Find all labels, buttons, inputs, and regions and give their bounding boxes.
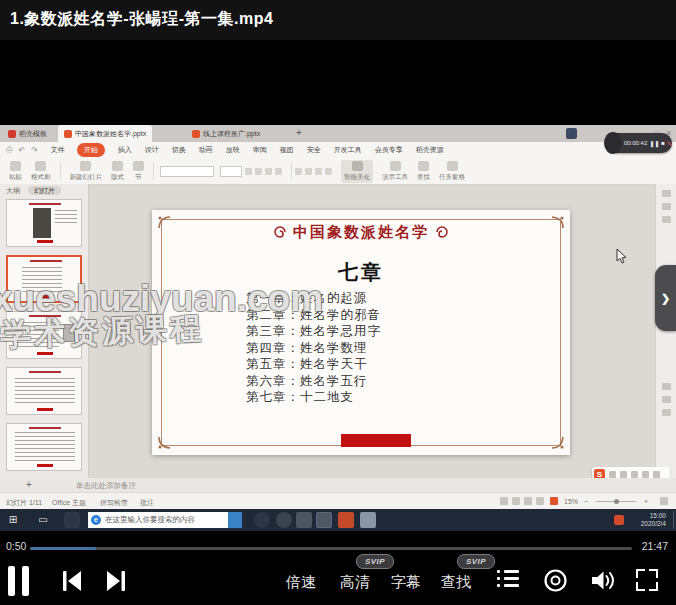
sidebar-icon[interactable] — [662, 383, 671, 390]
menu-insert[interactable]: 插入 — [118, 145, 132, 155]
menu-home-active[interactable]: 开始 — [77, 143, 105, 157]
sidebar-icon[interactable] — [662, 216, 671, 223]
panel-collapse-toggle[interactable]: ❯ — [655, 265, 676, 331]
slides-tab[interactable]: 幻灯片 — [28, 186, 61, 195]
menu-view[interactable]: 视图 — [280, 145, 294, 155]
menu-transition[interactable]: 切换 — [172, 145, 186, 155]
tool-icon[interactable] — [653, 471, 660, 478]
sidebar-icon[interactable] — [662, 203, 671, 210]
zoom-slider[interactable] — [596, 501, 636, 502]
next-button[interactable] — [104, 569, 128, 593]
sidebar-icon[interactable] — [662, 409, 671, 416]
slide-thumbnail-5[interactable] — [6, 423, 82, 471]
menu-security[interactable]: 安全 — [307, 145, 321, 155]
slide-thumbnail-4[interactable] — [6, 367, 82, 415]
presentation-tools-button[interactable]: 演示工具 — [382, 161, 408, 182]
folder-icon[interactable] — [360, 512, 376, 528]
app-icon-round[interactable] — [254, 512, 270, 528]
recorder-knob[interactable] — [604, 132, 622, 154]
new-slide-button[interactable]: 新建幻灯片 — [70, 161, 103, 182]
menu-design[interactable]: 设计 — [145, 145, 159, 155]
recorder-pause-icon[interactable]: ❚❚ — [649, 140, 659, 147]
menu-review[interactable]: 审阅 — [253, 145, 267, 155]
app-icon-round[interactable] — [276, 512, 292, 528]
wechat-icon[interactable] — [296, 512, 312, 528]
sorter-view-icon[interactable] — [512, 497, 520, 505]
normal-view-icon[interactable] — [500, 497, 508, 505]
underline-icon[interactable] — [265, 168, 272, 175]
tool-icon[interactable] — [609, 471, 616, 478]
smart-beautify-button[interactable]: 智能美化 — [341, 160, 373, 183]
play-from-start-icon[interactable] — [550, 497, 558, 505]
user-avatar[interactable] — [566, 128, 577, 139]
font-name-box[interactable] — [160, 166, 214, 177]
subtitle-button[interactable]: 字幕 — [391, 573, 421, 592]
tool-icon[interactable] — [631, 471, 638, 478]
tool-icon[interactable] — [620, 471, 627, 478]
menu-member[interactable]: 会员专享 — [375, 145, 403, 155]
find-button[interactable]: 查找 — [417, 161, 430, 182]
tray-app-icon[interactable] — [614, 515, 624, 525]
fullscreen-button[interactable] — [636, 569, 658, 591]
reading-view-icon[interactable] — [524, 497, 532, 505]
show-desktop-button[interactable] — [673, 511, 674, 529]
align-right-icon[interactable] — [315, 168, 322, 175]
slideshow-icon[interactable] — [536, 497, 544, 505]
seek-bar[interactable] — [30, 547, 632, 550]
menu-animation[interactable]: 动画 — [199, 145, 213, 155]
search-button[interactable] — [228, 512, 242, 528]
bold-icon[interactable] — [245, 168, 252, 175]
speed-button[interactable]: 倍速 — [286, 573, 316, 592]
fit-slide-icon[interactable] — [660, 497, 668, 505]
playlist-button[interactable] — [497, 570, 519, 589]
sidebar-icon[interactable] — [662, 396, 671, 403]
recorder-pen-icon[interactable]: ✎ — [667, 140, 672, 147]
volume-button[interactable] — [590, 569, 615, 592]
task-pane-button[interactable]: 任务窗格 — [439, 161, 465, 182]
comment-label[interactable]: 批注 — [140, 498, 154, 508]
tab-document-active[interactable]: 中国象数派姓名学.pptx — [58, 125, 152, 142]
presentation-app-icon[interactable] — [338, 512, 354, 528]
outline-tab[interactable]: 大纲 — [6, 187, 20, 194]
undo-icon[interactable]: ↶ — [18, 146, 25, 155]
save-icon[interactable]: ⎙ — [6, 145, 12, 155]
record-button[interactable] — [543, 568, 568, 593]
new-tab-button[interactable]: + — [296, 127, 302, 138]
tab-docer-templates[interactable]: 稻壳模板 — [2, 125, 53, 142]
pinned-app-icon[interactable] — [64, 512, 80, 528]
menu-devtools[interactable]: 开发工具 — [334, 145, 362, 155]
sidebar-icon[interactable] — [662, 190, 671, 197]
slide-canvas[interactable]: 中国象数派姓名学 七章 第一章：姓名的起源 第二章：姓名学的邪音 第三章：姓名学… — [152, 210, 570, 455]
screen-recorder-overlay[interactable]: 00:00:42 ❚❚ ■ ✎ — [606, 133, 672, 153]
previous-button[interactable] — [60, 569, 84, 593]
align-left-icon[interactable] — [295, 168, 302, 175]
section-button[interactable]: 节 — [133, 161, 144, 182]
italic-icon[interactable] — [255, 168, 262, 175]
pause-button[interactable] — [8, 558, 44, 605]
quality-button[interactable]: 高清 — [340, 573, 370, 592]
zoom-knob[interactable] — [614, 499, 619, 504]
start-button[interactable]: ⊞ — [6, 513, 20, 527]
layout-button[interactable]: 版式 — [111, 161, 124, 182]
menu-docer[interactable]: 稻壳资源 — [416, 145, 444, 155]
recorder-stop-icon[interactable]: ■ — [661, 140, 665, 146]
font-size-box[interactable] — [220, 166, 242, 177]
format-painter-button[interactable]: 格式刷 — [31, 161, 51, 182]
menu-slideshow[interactable]: 放映 — [226, 145, 240, 155]
paste-button[interactable]: 粘贴 — [9, 161, 22, 182]
add-slide-button[interactable]: + — [26, 479, 32, 490]
taskbar-search-box[interactable]: e 在这里输入你要搜索的内容 — [88, 512, 228, 528]
tool-icon[interactable] — [642, 471, 649, 478]
menu-file[interactable]: 文件 — [51, 145, 65, 155]
taskbar-clock[interactable]: 15:00 2020/2/4 — [641, 512, 666, 528]
find-button[interactable]: 查找 — [441, 573, 471, 592]
tab-document-2[interactable]: 线上课程推广.pptx — [186, 125, 266, 142]
slide-thumbnail-1[interactable] — [6, 199, 82, 247]
notes-placeholder[interactable]: 单击此处添加备注 — [76, 481, 136, 491]
font-color-icon[interactable] — [275, 168, 282, 175]
redo-icon[interactable]: ↷ — [31, 146, 38, 155]
align-center-icon[interactable] — [305, 168, 312, 175]
bullets-icon[interactable] — [325, 168, 332, 175]
task-view-button[interactable]: ▭ — [36, 513, 50, 527]
active-app-icon[interactable] — [316, 512, 332, 528]
